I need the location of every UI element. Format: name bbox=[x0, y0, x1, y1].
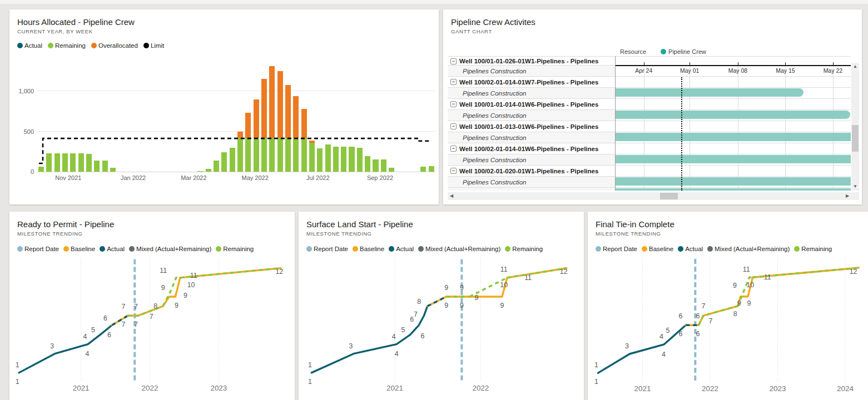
gantt-well-row[interactable]: −Well 100/01-01-026-01W1-Pipelines - Pip… bbox=[448, 56, 615, 65]
vertical-scrollbar[interactable]: ▲ ▼ bbox=[851, 63, 859, 191]
gantt-well-row[interactable]: −Well 100/02-01-014-01W6-Pipelines - Pip… bbox=[448, 143, 615, 154]
legend-item-report-date[interactable]: Report Date bbox=[17, 246, 59, 252]
hours-bar[interactable] bbox=[206, 169, 211, 172]
hours-bar[interactable] bbox=[110, 168, 116, 172]
hours-bar[interactable] bbox=[381, 159, 386, 172]
legend-item-actual[interactable]: Actual bbox=[100, 246, 125, 252]
hours-bar[interactable] bbox=[429, 166, 434, 172]
hours-bar[interactable] bbox=[221, 152, 227, 172]
hours-bar[interactable] bbox=[349, 147, 354, 172]
collapse-icon[interactable]: − bbox=[450, 101, 457, 107]
collapse-icon[interactable]: − bbox=[450, 123, 457, 129]
gantt-well-row[interactable]: −Well 100/01-01-013-01W6-Pipelines - Pip… bbox=[448, 121, 615, 132]
hours-bar[interactable] bbox=[102, 161, 108, 172]
milestone-chart-ready-to-permit[interactable]: 2021202220231134456677777899910111112 bbox=[13, 254, 289, 394]
legend-item-pipeline-crew[interactable]: Pipeline Crew bbox=[661, 48, 706, 55]
hours-bar[interactable] bbox=[373, 159, 378, 172]
scroll-right-icon[interactable]: ▶ bbox=[844, 192, 851, 200]
gantt-bar[interactable] bbox=[616, 88, 803, 97]
gantt-well-row[interactable]: −Well 100/01-01-014-01W6-Pipelines - Pip… bbox=[448, 98, 615, 109]
hours-bar[interactable] bbox=[245, 113, 251, 172]
gantt-timeline[interactable]: Apr 24May 01May 08May 15May 22 bbox=[616, 56, 851, 191]
hours-bar[interactable] bbox=[365, 156, 370, 172]
gantt-bar[interactable] bbox=[616, 155, 851, 163]
hours-bar[interactable] bbox=[261, 79, 267, 172]
legend-item-baseline[interactable]: Baseline bbox=[353, 246, 384, 252]
legend-item-mixed[interactable]: Mixed (Actual+Remaining) bbox=[129, 246, 211, 252]
scroll-up-icon[interactable]: ▲ bbox=[851, 63, 859, 71]
hours-bar[interactable] bbox=[317, 148, 323, 172]
hours-bar[interactable] bbox=[94, 161, 100, 172]
gantt-timeline-row[interactable] bbox=[616, 56, 851, 65]
legend-item-remaining[interactable]: Remaining bbox=[505, 246, 543, 252]
gantt-well-row[interactable]: −Well 100/02-01-020-01W1-Pipelines - Pip… bbox=[448, 165, 615, 176]
gantt-bar[interactable] bbox=[616, 111, 850, 119]
milestone-chart-final-tie-in[interactable]: 2021202220232024113445666677899910111112 bbox=[591, 254, 868, 394]
gantt-task-row[interactable]: Pipelines Construction bbox=[448, 109, 615, 121]
legend-item-baseline[interactable]: Baseline bbox=[642, 246, 673, 252]
hours-bar[interactable] bbox=[293, 96, 299, 172]
hours-bar[interactable] bbox=[214, 161, 219, 172]
hours-bar[interactable] bbox=[333, 147, 339, 172]
legend-item-actual[interactable]: Actual bbox=[17, 42, 42, 49]
horizontal-scrollbar[interactable]: ◀ ▶ bbox=[448, 192, 859, 200]
hours-bar[interactable] bbox=[285, 84, 291, 172]
legend-item-actual[interactable]: Actual bbox=[389, 246, 414, 252]
hours-bar[interactable] bbox=[197, 171, 203, 172]
collapse-icon[interactable]: − bbox=[450, 79, 457, 85]
hours-bar[interactable] bbox=[325, 144, 331, 172]
hours-bar[interactable] bbox=[309, 141, 315, 172]
hours-bar[interactable] bbox=[54, 153, 60, 172]
gantt-task-row[interactable]: Pipelines Construction bbox=[448, 87, 615, 98]
legend-item-limit[interactable]: Limit bbox=[143, 42, 164, 49]
legend-item-report-date[interactable]: Report Date bbox=[596, 246, 637, 252]
gantt-bar[interactable] bbox=[616, 133, 851, 141]
hours-bar[interactable] bbox=[420, 167, 426, 172]
gantt-timeline-row[interactable] bbox=[616, 98, 851, 109]
hours-bar-plot[interactable]: 05001,000 bbox=[37, 61, 435, 172]
gantt-task-row[interactable]: Pipelines Construction bbox=[448, 176, 615, 187]
hours-bar[interactable] bbox=[62, 153, 68, 172]
hours-bar[interactable] bbox=[341, 147, 346, 172]
legend-item-actual[interactable]: Actual bbox=[678, 246, 703, 252]
hours-bar[interactable] bbox=[78, 153, 84, 172]
hours-bar[interactable] bbox=[46, 153, 52, 172]
hours-bar[interactable] bbox=[230, 148, 235, 172]
legend-item-report-date[interactable]: Report Date bbox=[306, 246, 348, 252]
gantt-bar[interactable] bbox=[616, 177, 851, 186]
gantt-task-row[interactable]: Pipelines Construction bbox=[448, 132, 615, 143]
gantt-timeline-row[interactable] bbox=[616, 165, 851, 176]
gantt-task-row[interactable]: Pipelines Construction bbox=[448, 154, 615, 165]
legend-item-overallocated[interactable]: Overallocated bbox=[91, 42, 138, 49]
legend-item-remaining[interactable]: Remaining bbox=[794, 246, 832, 252]
legend-item-baseline[interactable]: Baseline bbox=[63, 246, 95, 252]
gantt-well-row[interactable]: −Well 100/02-01-014-01W7-Pipelines - Pip… bbox=[448, 76, 615, 87]
milestone-chart-surface-land-start[interactable]: 20212022113445667899999910111112 bbox=[302, 254, 578, 394]
scroll-left-icon[interactable]: ◀ bbox=[448, 192, 455, 200]
horizontal-scroll-thumb[interactable] bbox=[660, 193, 678, 199]
vertical-scroll-thumb[interactable] bbox=[852, 125, 859, 152]
scroll-down-icon[interactable]: ▼ bbox=[851, 183, 859, 191]
legend-item-remaining[interactable]: Remaining bbox=[48, 42, 86, 49]
hours-bar[interactable] bbox=[269, 66, 275, 172]
hours-bar[interactable] bbox=[389, 168, 394, 172]
hours-bar[interactable] bbox=[237, 132, 243, 172]
legend-item-mixed[interactable]: Mixed (Actual+Remaining) bbox=[707, 246, 790, 252]
gantt-timeline-row[interactable] bbox=[616, 143, 851, 154]
hours-bar[interactable] bbox=[277, 71, 283, 172]
hours-bar[interactable] bbox=[38, 167, 44, 172]
hours-bar[interactable] bbox=[254, 99, 259, 172]
hours-bar[interactable] bbox=[301, 109, 307, 172]
hours-bar[interactable] bbox=[70, 153, 76, 172]
hours-bar[interactable] bbox=[86, 154, 92, 172]
hours-bar[interactable] bbox=[357, 148, 363, 172]
legend-item-remaining[interactable]: Remaining bbox=[216, 246, 254, 252]
gantt-timeline-row[interactable] bbox=[616, 76, 851, 87]
data-label: 1 bbox=[594, 378, 598, 386]
gantt-timeline-row[interactable] bbox=[616, 121, 851, 132]
collapse-icon[interactable]: − bbox=[450, 146, 457, 152]
legend-item-mixed[interactable]: Mixed (Actual+Remaining) bbox=[418, 246, 500, 252]
gantt-task-row[interactable]: Pipelines Construction bbox=[448, 65, 615, 76]
collapse-icon[interactable]: − bbox=[450, 168, 457, 174]
collapse-icon[interactable]: − bbox=[450, 58, 457, 64]
